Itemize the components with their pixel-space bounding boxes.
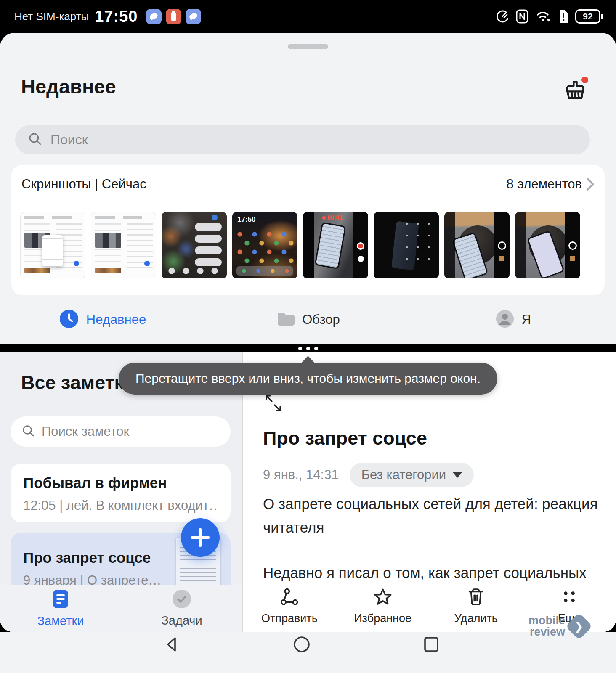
notification-app-icons	[146, 9, 201, 24]
notes-list-title: Все заметки	[21, 372, 135, 394]
note-list-item[interactable]: Побывал в фирмен 12:05 | лей. В комплект…	[11, 464, 231, 522]
gallery-nav-label: Недавнее	[86, 312, 146, 327]
more-dots-icon	[560, 587, 579, 608]
gallery-nav-label: Я	[522, 312, 531, 327]
system-nav-bar	[0, 632, 616, 673]
folder-icon	[276, 310, 295, 329]
resize-tooltip: Перетащите вверх или вниз, чтобы изменит…	[119, 363, 497, 395]
delete-button[interactable]: Удалить	[430, 585, 523, 632]
note-detail-meta: 9 янв., 14:31 Без категории	[263, 463, 474, 487]
gallery-window: Недавнее Скриншоты | Сейчас 8 элементов	[0, 33, 616, 344]
thumb-decor	[212, 215, 218, 220]
no-sim-label: Нет SIM-карты	[14, 10, 89, 23]
battery-icon: 92	[575, 9, 603, 24]
nfc-icon	[516, 9, 528, 24]
thumb-decor	[95, 233, 121, 248]
thumb-decor	[42, 235, 63, 266]
thumbnail-8[interactable]	[515, 212, 580, 278]
thumbnail-3[interactable]	[162, 212, 227, 278]
gallery-nav-browse[interactable]: Обзор	[205, 295, 411, 344]
category-badge[interactable]: Без категории	[350, 463, 474, 487]
data-saver-icon	[495, 9, 510, 24]
tooltip-text: Перетащите вверх или вниз, чтобы изменит…	[135, 371, 481, 386]
notes-search-bar[interactable]	[11, 416, 231, 447]
thumb-decor	[357, 242, 364, 250]
thumb-decor	[444, 212, 455, 278]
thumbnail-4[interactable]: 17:50	[232, 212, 297, 278]
avatar-icon	[496, 310, 514, 330]
add-note-fab[interactable]	[181, 518, 220, 557]
gallery-nav-recent[interactable]: Недавнее	[0, 295, 205, 344]
notes-search-input[interactable]	[42, 424, 220, 439]
notification-app-icon	[186, 9, 201, 24]
back-button[interactable]	[162, 634, 183, 654]
thumb-decor	[570, 256, 575, 261]
tool-label: Удалить	[454, 612, 498, 625]
status-time: 17:50	[95, 8, 138, 26]
thumbnail-6[interactable]	[374, 212, 439, 278]
gallery-nav-me[interactable]: Я	[411, 295, 616, 344]
thumbnail-7[interactable]	[444, 212, 510, 278]
thumb-decor	[95, 268, 121, 273]
thumb-decor	[498, 241, 506, 250]
thumbnail-row: 17:50 00:01	[20, 212, 580, 278]
note-body-paragraph: О запрете социальных сетей для детей: ре…	[263, 492, 608, 539]
screenshots-card: Скриншоты | Сейчас 8 элементов	[11, 165, 605, 295]
notification-dot	[581, 77, 588, 83]
thumbnail-1[interactable]	[20, 212, 85, 278]
thumb-decor	[568, 241, 577, 250]
thumb-decor	[74, 261, 79, 266]
divider-dot	[306, 347, 310, 350]
share-button[interactable]: Отправить	[243, 585, 336, 632]
thumb-decor	[144, 261, 150, 266]
mobile-review-watermark: mobile review ❯	[528, 615, 589, 638]
status-bar-left: Нет SIM-карты 17:50	[14, 8, 201, 26]
tooltip-arrow	[301, 356, 315, 363]
watermark-line2: review	[528, 626, 565, 638]
tab-tasks[interactable]: Задачи	[121, 585, 242, 632]
tab-notes[interactable]: Заметки	[0, 585, 121, 632]
chevron-down-icon	[453, 472, 462, 478]
thumb-decor	[404, 220, 434, 264]
note-date: 9 янв., 14:31	[263, 467, 339, 482]
home-button[interactable]	[292, 634, 312, 654]
share-icon	[280, 587, 299, 608]
star-icon	[373, 587, 393, 608]
tool-label: Избранное	[354, 612, 412, 625]
thumb-decor	[358, 256, 364, 262]
thumb-decor	[236, 266, 293, 276]
divider-dot	[298, 347, 302, 350]
screenshots-count-link[interactable]: 8 элементов	[506, 177, 595, 192]
watermark-line1: mobile	[528, 615, 565, 626]
thumb-decor	[195, 258, 222, 266]
notes-window: Все заметки Побывал в фирмен 12:05 | лей…	[0, 352, 616, 632]
divider-dot	[314, 347, 318, 350]
thumb-decor	[195, 246, 222, 254]
gallery-search-bar[interactable]	[15, 125, 590, 154]
sim-alert-icon	[558, 9, 569, 24]
split-screen-divider[interactable]	[0, 344, 616, 352]
thumbnail-2[interactable]	[91, 212, 156, 278]
thumb-decor	[124, 215, 124, 276]
thumb-clock-text: 17:50	[237, 215, 255, 224]
resize-arrows-icon[interactable]	[263, 392, 285, 414]
screenshots-section-title: Скриншоты | Сейчас	[21, 177, 146, 192]
notification-app-icon	[146, 9, 162, 24]
thumb-decor	[303, 212, 314, 278]
battery-percent: 92	[583, 11, 592, 21]
recents-button[interactable]	[421, 634, 441, 654]
status-bar-right: 92	[495, 9, 603, 24]
gallery-search-input[interactable]	[50, 132, 577, 148]
tool-label: Отправить	[261, 612, 318, 625]
thumb-decor	[24, 268, 50, 273]
battery-alert-app-icon	[166, 9, 181, 24]
screen: Нет SIM-карты 17:50 92 Недавнее	[0, 0, 616, 673]
gallery-nav-label: Обзор	[302, 312, 340, 327]
thumbnail-5[interactable]: 00:01	[303, 212, 368, 278]
window-drag-handle[interactable]	[288, 44, 328, 49]
thumb-decor	[236, 231, 294, 266]
clock-icon	[59, 309, 79, 330]
cleanup-broom-button[interactable]	[563, 78, 587, 103]
thumb-decor	[195, 235, 222, 243]
favorite-button[interactable]: Избранное	[336, 585, 430, 632]
